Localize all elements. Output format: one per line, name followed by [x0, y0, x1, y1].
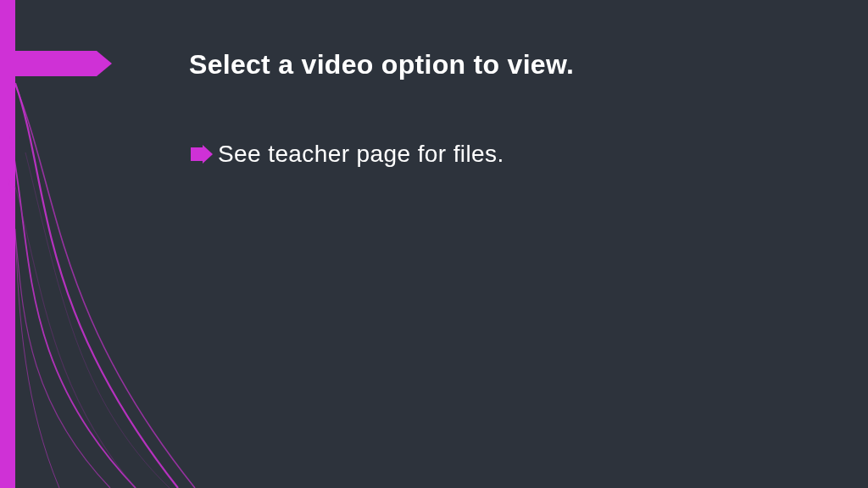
svg-marker-0: [191, 145, 213, 164]
bullet-text: See teacher page for files.: [218, 141, 504, 168]
title-accent-arrow-tip: [97, 51, 112, 76]
bullet-item: See teacher page for files.: [191, 141, 504, 168]
slide-title: Select a video option to view.: [189, 49, 574, 80]
title-accent-arrow-bar: [0, 51, 97, 76]
arrow-bullet-icon: [191, 145, 213, 164]
